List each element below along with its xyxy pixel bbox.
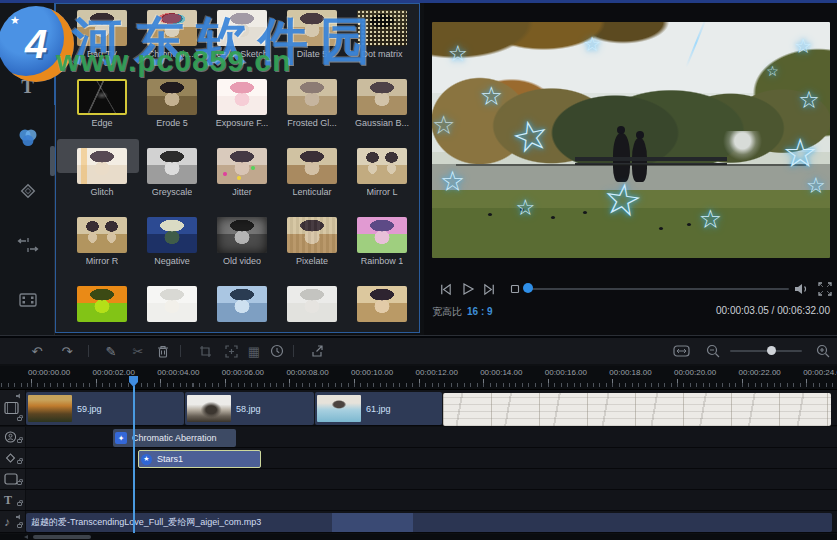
filter-item[interactable] (67, 286, 137, 332)
previous-frame-button[interactable] (434, 278, 456, 300)
filter-item[interactable]: Rainbow 1 (347, 217, 417, 286)
filter-thumbnail[interactable] (217, 286, 267, 322)
filter-item[interactable]: Erode 5 (137, 79, 207, 148)
sidebar-item-split-screen[interactable] (0, 223, 55, 267)
filter-item[interactable] (347, 286, 417, 332)
filter-thumbnail[interactable] (287, 79, 337, 115)
redo-button[interactable]: ↷ (56, 338, 78, 364)
filter-item[interactable]: Old video (207, 217, 277, 286)
filter-item[interactable]: Pixelate (277, 217, 347, 286)
track-text[interactable]: T (0, 490, 837, 511)
filter-item[interactable]: Mirror L (347, 148, 417, 217)
filter-thumbnail[interactable] (147, 217, 197, 253)
timeline-ruler[interactable]: 00:00:00.0000:00:02.0000:00:04.0000:00:0… (0, 366, 837, 390)
sidebar-item-text[interactable]: T (0, 65, 55, 109)
fullscreen-button[interactable] (814, 278, 836, 300)
sidebar-item-filters[interactable] (0, 116, 55, 160)
filter-item[interactable]: Gaussian B... (347, 79, 417, 148)
filter-item[interactable]: Glitch (67, 148, 137, 217)
zoom-frame-button[interactable] (220, 338, 242, 364)
filter-item[interactable]: Edge (67, 79, 137, 148)
playhead-line[interactable] (133, 386, 135, 533)
filter-thumbnail[interactable] (77, 79, 127, 115)
mosaic-button[interactable]: ▦ (243, 338, 265, 364)
track-header-effect[interactable] (0, 427, 26, 447)
filter-item[interactable]: Frosted Gl... (277, 79, 347, 148)
filter-item[interactable] (277, 286, 347, 332)
next-frame-button[interactable] (478, 278, 500, 300)
track-header-pip[interactable] (0, 469, 26, 489)
split-button[interactable]: ✂ (127, 338, 149, 364)
video-clip-filmstrip[interactable] (443, 393, 831, 426)
track-lock-icon[interactable] (17, 481, 22, 485)
filter-thumbnail[interactable] (357, 79, 407, 115)
filter-item[interactable]: Lenticular (277, 148, 347, 217)
track-lock-icon[interactable] (17, 524, 22, 528)
zoom-out-button[interactable] (702, 338, 724, 364)
video-clip[interactable]: 61.jpg (315, 392, 442, 425)
filter-thumbnail[interactable] (287, 286, 337, 322)
filter-item[interactable]: Dot matrix (347, 10, 417, 79)
seek-slider[interactable] (524, 288, 789, 290)
track-header-overlay[interactable] (0, 448, 26, 468)
effect-clip[interactable]: ✦ Chromatic Aberration (113, 429, 236, 447)
timeline-zoom-knob[interactable] (767, 346, 776, 355)
filter-thumbnail[interactable] (147, 10, 197, 46)
filter-item[interactable]: Color Sketch (207, 10, 277, 79)
filter-item[interactable]: Negative (137, 217, 207, 286)
filter-item[interactable] (137, 286, 207, 332)
volume-button[interactable] (790, 278, 812, 300)
crop-button[interactable] (194, 338, 216, 364)
sidebar-item-media[interactable] (0, 15, 55, 59)
undo-button[interactable]: ↶ (26, 338, 48, 364)
track-header-text[interactable]: T (0, 490, 26, 510)
filter-thumbnail[interactable] (217, 217, 267, 253)
track-overlay[interactable] (0, 448, 837, 469)
filter-item[interactable]: Mirror R (67, 217, 137, 286)
delete-button[interactable] (152, 338, 174, 364)
fit-timeline-button[interactable] (670, 338, 692, 364)
filter-thumbnail[interactable] (77, 148, 127, 184)
filter-thumbnail[interactable] (217, 10, 267, 46)
filter-item[interactable]: Jitter (207, 148, 277, 217)
track-header-video[interactable] (0, 390, 26, 425)
filter-thumbnail[interactable] (357, 148, 407, 184)
filter-thumbnail[interactable] (357, 217, 407, 253)
filter-item[interactable]: Bad TV (67, 10, 137, 79)
filter-thumbnail[interactable] (77, 286, 127, 322)
track-mute-icon[interactable] (16, 514, 23, 520)
scrollbar-left-arrow[interactable] (24, 535, 28, 539)
filter-thumbnail[interactable] (147, 286, 197, 322)
filter-item[interactable]: Dilate 5 (277, 10, 347, 79)
filter-thumbnail[interactable] (147, 148, 197, 184)
filter-thumbnail[interactable] (287, 217, 337, 253)
export-button[interactable] (306, 338, 328, 364)
audio-clip[interactable]: 超越的爱-TranscendingLove_Full_爱给网_aigei_com… (26, 513, 832, 532)
filter-thumbnail[interactable] (217, 79, 267, 115)
filter-thumbnail[interactable] (77, 217, 127, 253)
filter-thumbnail[interactable] (287, 148, 337, 184)
track-lock-icon[interactable] (17, 417, 22, 421)
scrollbar-handle[interactable] (33, 535, 91, 539)
timeline-zoom-slider[interactable] (730, 350, 802, 352)
track-lock-icon[interactable] (17, 439, 22, 443)
edit-button[interactable]: ✎ (100, 338, 122, 364)
sidebar-item-transitions[interactable] (0, 169, 55, 213)
filter-thumbnail[interactable] (77, 10, 127, 46)
play-button[interactable] (456, 278, 478, 300)
track-pip[interactable] (0, 469, 837, 490)
filter-thumbnail[interactable] (147, 79, 197, 115)
filter-item[interactable]: Exposure F... (207, 79, 277, 148)
horizontal-scrollbar[interactable] (0, 534, 837, 540)
filter-thumbnail[interactable] (357, 286, 407, 322)
filter-thumbnail[interactable] (217, 148, 267, 184)
track-header-music[interactable]: ♪ (0, 511, 26, 532)
filter-item[interactable]: Greyscale (137, 148, 207, 217)
track-mute-icon[interactable] (16, 393, 23, 399)
filter-item[interactable]: Chromatic... (137, 10, 207, 79)
video-clip[interactable]: 58.jpg (185, 392, 314, 425)
zoom-in-button[interactable] (812, 338, 834, 364)
seek-slider-knob[interactable] (523, 283, 533, 293)
overlay-clip-selected[interactable]: ★ Stars1 (138, 450, 261, 468)
duration-button[interactable] (266, 338, 288, 364)
